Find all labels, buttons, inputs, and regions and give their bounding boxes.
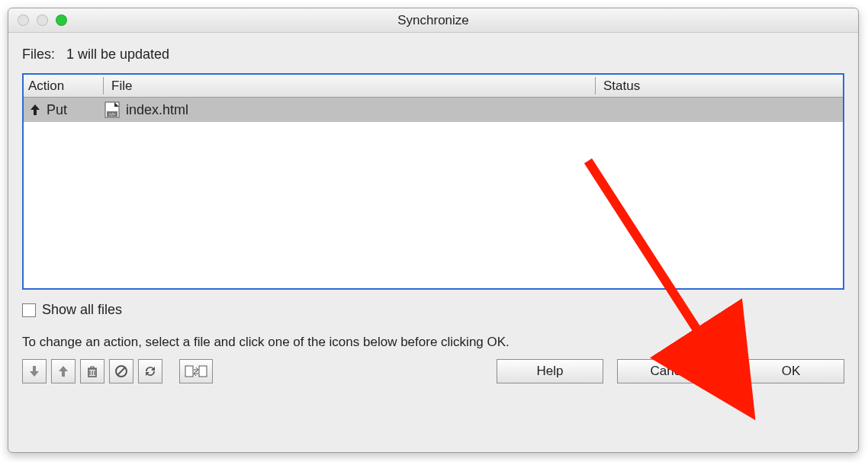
arrow-up-icon (56, 364, 70, 378)
close-window-icon[interactable] (18, 14, 29, 26)
show-all-files-row: Show all files (22, 302, 844, 318)
compare-files-icon (185, 364, 207, 379)
files-summary-prefix: Files: (22, 47, 55, 62)
refresh-icon (143, 364, 157, 378)
ignore-button[interactable] (109, 359, 133, 383)
file-list-header: Action File Status (24, 75, 843, 98)
column-header-action[interactable]: Action (24, 79, 100, 94)
compare-button[interactable] (179, 359, 213, 383)
dialog-buttons: Help Cancel OK (497, 359, 844, 383)
show-all-files-label: Show all files (42, 302, 122, 318)
row-action-label: Put (47, 102, 67, 118)
file-list[interactable]: Action File Status Put (22, 73, 844, 290)
traffic-lights (8, 14, 67, 26)
maximize-window-icon[interactable] (56, 14, 67, 26)
put-arrow-icon (28, 103, 42, 117)
svg-rect-6 (185, 366, 193, 377)
svg-line-5 (117, 367, 125, 375)
row-file-name: index.html (126, 102, 188, 118)
svg-text:</>: </> (109, 112, 116, 117)
row-file-cell: </> index.html (100, 101, 599, 118)
svg-rect-7 (199, 366, 207, 377)
column-separator (103, 77, 104, 95)
window-title: Synchronize (8, 13, 858, 28)
files-summary: Files: 1 will be updated (22, 47, 844, 63)
column-header-status[interactable]: Status (599, 79, 843, 94)
file-list-rows: Put </> index.html (24, 98, 843, 288)
help-button[interactable]: Help (497, 359, 603, 383)
column-separator (595, 77, 596, 95)
row-action-cell: Put (24, 102, 100, 118)
put-button[interactable] (51, 359, 76, 383)
trash-icon (85, 364, 99, 378)
instruction-text: To change an action, select a file and c… (22, 335, 844, 350)
minimize-window-icon[interactable] (37, 14, 48, 26)
delete-button[interactable] (80, 359, 104, 383)
synchronize-dialog: Synchronize Files: 1 will be updated Act… (8, 8, 859, 453)
ok-button[interactable]: OK (738, 359, 844, 383)
titlebar: Synchronize (8, 8, 858, 33)
files-summary-text: 1 will be updated (66, 47, 169, 62)
html-file-icon: </> (104, 101, 120, 118)
show-all-files-checkbox[interactable] (22, 303, 36, 317)
arrow-down-icon (27, 364, 41, 378)
cancel-button[interactable]: Cancel (617, 359, 724, 383)
bottom-bar: Help Cancel OK (22, 359, 844, 383)
dialog-body: Files: 1 will be updated Action File Sta… (8, 33, 858, 393)
table-row[interactable]: Put </> index.html (24, 98, 843, 122)
get-button[interactable] (22, 359, 47, 383)
column-header-file[interactable]: File (107, 79, 592, 94)
synchronize-button[interactable] (138, 359, 162, 383)
no-entry-icon (114, 364, 128, 378)
